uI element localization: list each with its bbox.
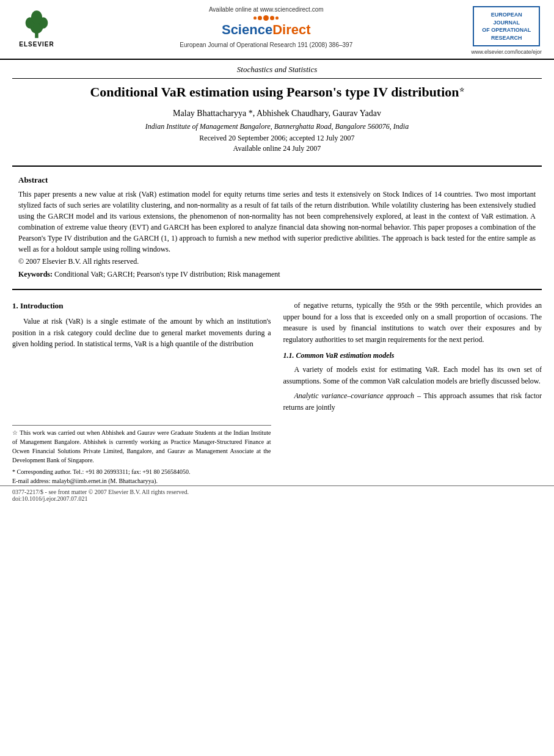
- subsection-heading: 1.1. Common VaR estimation models: [283, 350, 542, 362]
- sd-science: Science: [222, 22, 272, 37]
- divider-2: [12, 165, 542, 167]
- right-p3: Analytic variance–covariance approach – …: [283, 390, 542, 413]
- divider-1: [12, 78, 542, 79]
- two-col-layout: 1. Introduction Value at risk (VaR) is a…: [12, 300, 542, 416]
- page-footer: 0377-2217/$ - see front matter © 2007 El…: [0, 485, 554, 504]
- sd-dot-4: [270, 16, 274, 20]
- available-online-date: Available online 24 July 2007: [37, 144, 517, 153]
- sciencedirect-name: ScienceDirect: [222, 22, 311, 38]
- divider-3: [12, 289, 542, 290]
- ejor-line2: JOURNAL: [480, 19, 533, 27]
- sd-direct: Direct: [272, 22, 310, 37]
- body-section: 1. Introduction Value at risk (VaR) is a…: [0, 295, 554, 423]
- keywords-line: Keywords: Conditional VaR; GARCH; Pearso…: [18, 270, 536, 279]
- sd-dot-2: [258, 16, 262, 20]
- footnote-corresponding: * Corresponding author. Tel.: +91 80 269…: [12, 467, 271, 476]
- footnote-star: ☆ This work was carried out when Abhishe…: [12, 428, 271, 465]
- received-date: Received 20 September 2006; accepted 12 …: [37, 134, 517, 143]
- elsevier-logo: ELSEVIER: [12, 6, 61, 48]
- footnote-divider: [12, 425, 271, 426]
- section-label: Stochastics and Statistics: [0, 60, 554, 77]
- footnote-email: E-mail address: malayb@iimb.ernet.in (M.…: [12, 476, 271, 485]
- right-column: of negative returns, typically the 95th …: [283, 300, 542, 416]
- footnote-area: ☆ This work was carried out when Abhishe…: [0, 425, 554, 485]
- authors: Malay Bhattacharyya *, Abhishek Chaudhar…: [37, 109, 517, 118]
- ejor-box: EUROPEAN JOURNAL OF OPERATIONAL RESEARCH: [473, 6, 540, 46]
- sd-dot-3: [263, 15, 269, 21]
- keywords-label: Keywords:: [18, 270, 53, 278]
- section1-heading: 1. Introduction: [12, 300, 271, 312]
- svg-point-4: [31, 10, 42, 24]
- keywords-text: Conditional VaR; GARCH; Pearson's type I…: [54, 270, 280, 278]
- sd-dots: [253, 15, 279, 21]
- footer-doi: doi:10.1016/j.ejor.2007.07.021: [12, 495, 542, 502]
- elsevier-label: ELSEVIER: [19, 41, 54, 48]
- sciencedirect-logo: ScienceDirect: [222, 15, 311, 38]
- sd-dot-1: [253, 16, 257, 20]
- affiliation: Indian Institute of Management Bangalore…: [37, 122, 517, 131]
- ejor-line3: OF OPERATIONAL: [480, 26, 533, 34]
- page: ELSEVIER Available online at www.science…: [0, 0, 554, 756]
- left-column: 1. Introduction Value at risk (VaR) is a…: [12, 300, 271, 416]
- header: ELSEVIER Available online at www.science…: [0, 0, 554, 60]
- abstract-text: This paper presents a new value at risk …: [18, 189, 536, 255]
- left-p1: Value at risk (VaR) is a single estimate…: [12, 316, 271, 350]
- ejor-website: www.elsevier.com/locate/ejor: [471, 49, 542, 55]
- title-section: Conditional VaR estimation using Pearson…: [0, 81, 554, 161]
- right-p1: of negative returns, typically the 95th …: [283, 300, 542, 345]
- elsevier-tree-icon: [18, 6, 55, 40]
- right-p2: A variety of models exist for estimating…: [283, 364, 542, 387]
- ejor-line1: EUROPEAN: [480, 11, 533, 19]
- copyright: © 2007 Elsevier B.V. All rights reserved…: [18, 257, 536, 266]
- sd-dot-5: [275, 16, 279, 20]
- title-star: ☆: [459, 87, 464, 93]
- journal-info: European Journal of Operational Research…: [180, 42, 352, 48]
- ejor-section: EUROPEAN JOURNAL OF OPERATIONAL RESEARCH…: [471, 6, 542, 55]
- italic-label: Analytic variance–covariance approach: [294, 391, 415, 400]
- ejor-line4: RESEARCH: [480, 34, 533, 42]
- abstract-section: Abstract This paper presents a new value…: [0, 172, 554, 284]
- available-online-text: Available online at www.sciencedirect.co…: [209, 6, 324, 13]
- paper-title-text: Conditional VaR estimation using Pearson…: [90, 84, 459, 100]
- paper-title: Conditional VaR estimation using Pearson…: [37, 84, 517, 101]
- footnote-col: ☆ This work was carried out when Abhishe…: [12, 425, 271, 485]
- footer-issn: 0377-2217/$ - see front matter © 2007 El…: [12, 489, 542, 495]
- abstract-title: Abstract: [18, 175, 536, 185]
- header-center: Available online at www.sciencedirect.co…: [61, 6, 471, 48]
